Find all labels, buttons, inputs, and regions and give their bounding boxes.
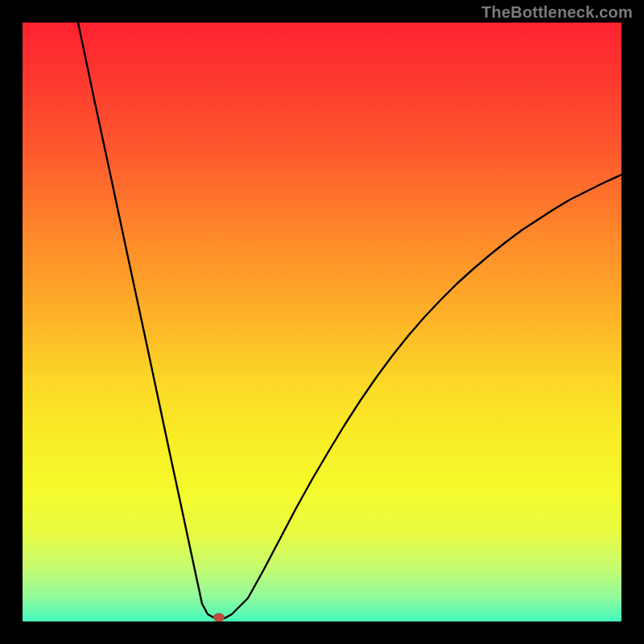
curve-svg [23,23,621,621]
bottleneck-curve [78,23,621,618]
chart-frame: TheBottleneck.com [0,0,644,644]
minimum-marker [213,613,225,622]
attribution-text: TheBottleneck.com [481,3,633,22]
plot-area [23,23,621,621]
